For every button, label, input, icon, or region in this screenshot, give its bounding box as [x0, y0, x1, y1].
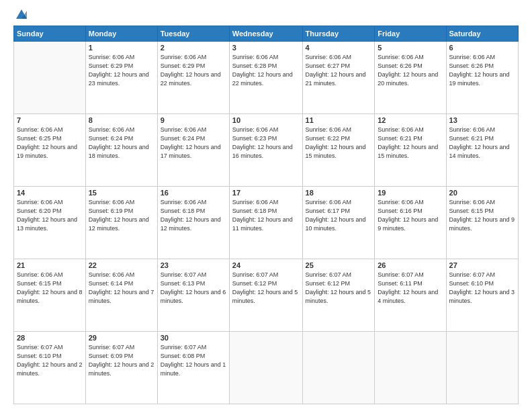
day-cell: 16Sunrise: 6:06 AMSunset: 6:18 PMDayligh…: [157, 187, 229, 259]
day-info: Sunrise: 6:06 AMSunset: 6:24 PMDaylight:…: [161, 126, 226, 161]
day-number: 8: [89, 116, 154, 124]
day-number: 2: [161, 44, 226, 52]
day-info: Sunrise: 6:06 AMSunset: 6:17 PMDaylight:…: [306, 198, 372, 233]
day-number: 12: [378, 116, 443, 124]
day-info: Sunrise: 6:07 AMSunset: 6:12 PMDaylight:…: [232, 271, 300, 306]
day-cell: 29Sunrise: 6:07 AMSunset: 6:09 PMDayligh…: [85, 332, 157, 404]
day-number: 25: [306, 261, 372, 269]
day-cell: [302, 332, 375, 404]
day-cell: 6Sunrise: 6:06 AMSunset: 6:26 PMDaylight…: [446, 42, 518, 114]
day-cell: 20Sunrise: 6:06 AMSunset: 6:15 PMDayligh…: [446, 187, 518, 259]
header: [13, 11, 519, 19]
day-number: 17: [232, 189, 300, 197]
day-cell: 14Sunrise: 6:06 AMSunset: 6:20 PMDayligh…: [14, 187, 86, 259]
weekday-header-wednesday: Wednesday: [229, 26, 302, 42]
calendar-table: SundayMondayTuesdayWednesdayThursdayFrid…: [13, 26, 519, 404]
day-number: 1: [89, 44, 154, 52]
day-info: Sunrise: 6:07 AMSunset: 6:09 PMDaylight:…: [89, 343, 154, 378]
day-number: 6: [449, 44, 515, 52]
week-row-3: 14Sunrise: 6:06 AMSunset: 6:20 PMDayligh…: [14, 187, 519, 259]
day-number: 4: [306, 44, 372, 52]
weekday-header-friday: Friday: [375, 26, 446, 42]
week-row-4: 21Sunrise: 6:06 AMSunset: 6:15 PMDayligh…: [14, 259, 519, 332]
day-number: 30: [161, 334, 226, 342]
day-info: Sunrise: 6:06 AMSunset: 6:28 PMDaylight:…: [232, 53, 300, 88]
day-info: Sunrise: 6:06 AMSunset: 6:26 PMDaylight:…: [449, 53, 515, 88]
day-number: 7: [17, 116, 83, 124]
day-cell: 2Sunrise: 6:06 AMSunset: 6:29 PMDaylight…: [157, 42, 229, 114]
day-number: 5: [378, 44, 443, 52]
day-cell: 24Sunrise: 6:07 AMSunset: 6:12 PMDayligh…: [229, 259, 302, 332]
day-cell: 3Sunrise: 6:06 AMSunset: 6:28 PMDaylight…: [229, 42, 302, 114]
day-info: Sunrise: 6:07 AMSunset: 6:13 PMDaylight:…: [161, 271, 226, 306]
day-info: Sunrise: 6:06 AMSunset: 6:21 PMDaylight:…: [449, 126, 515, 161]
weekday-header-monday: Monday: [85, 26, 157, 42]
day-info: Sunrise: 6:06 AMSunset: 6:27 PMDaylight:…: [306, 53, 372, 88]
day-info: Sunrise: 6:06 AMSunset: 6:18 PMDaylight:…: [161, 198, 226, 233]
day-info: Sunrise: 6:06 AMSunset: 6:29 PMDaylight:…: [89, 53, 154, 88]
weekday-header-saturday: Saturday: [446, 26, 518, 42]
day-info: Sunrise: 6:07 AMSunset: 6:08 PMDaylight:…: [161, 343, 226, 378]
day-info: Sunrise: 6:06 AMSunset: 6:23 PMDaylight:…: [232, 126, 300, 161]
day-info: Sunrise: 6:06 AMSunset: 6:15 PMDaylight:…: [449, 198, 515, 233]
day-cell: 19Sunrise: 6:06 AMSunset: 6:16 PMDayligh…: [375, 187, 446, 259]
day-cell: 7Sunrise: 6:06 AMSunset: 6:25 PMDaylight…: [14, 114, 86, 187]
day-cell: [229, 332, 302, 404]
weekday-header-row: SundayMondayTuesdayWednesdayThursdayFrid…: [14, 26, 519, 42]
day-number: 15: [89, 189, 154, 197]
day-cell: 30Sunrise: 6:07 AMSunset: 6:08 PMDayligh…: [157, 332, 229, 404]
day-number: 16: [161, 189, 226, 197]
logo-icon: [15, 8, 28, 21]
day-number: 29: [89, 334, 154, 342]
day-info: Sunrise: 6:06 AMSunset: 6:20 PMDaylight:…: [17, 198, 83, 233]
day-number: 19: [378, 189, 443, 197]
day-info: Sunrise: 6:06 AMSunset: 6:24 PMDaylight:…: [89, 126, 154, 161]
day-number: 26: [378, 261, 443, 269]
day-cell: [446, 332, 518, 404]
weekday-header-thursday: Thursday: [302, 26, 375, 42]
week-row-5: 28Sunrise: 6:07 AMSunset: 6:10 PMDayligh…: [14, 332, 519, 404]
day-cell: 10Sunrise: 6:06 AMSunset: 6:23 PMDayligh…: [229, 114, 302, 187]
day-number: 22: [89, 261, 154, 269]
day-info: Sunrise: 6:06 AMSunset: 6:22 PMDaylight:…: [306, 126, 372, 161]
day-info: Sunrise: 6:06 AMSunset: 6:25 PMDaylight:…: [17, 126, 83, 161]
day-number: 23: [161, 261, 226, 269]
day-cell: 18Sunrise: 6:06 AMSunset: 6:17 PMDayligh…: [302, 187, 375, 259]
week-row-2: 7Sunrise: 6:06 AMSunset: 6:25 PMDaylight…: [14, 114, 519, 187]
day-info: Sunrise: 6:06 AMSunset: 6:21 PMDaylight:…: [378, 126, 443, 161]
day-cell: 21Sunrise: 6:06 AMSunset: 6:15 PMDayligh…: [14, 259, 86, 332]
logo: [13, 11, 28, 19]
day-cell: 27Sunrise: 6:07 AMSunset: 6:10 PMDayligh…: [446, 259, 518, 332]
day-cell: 9Sunrise: 6:06 AMSunset: 6:24 PMDaylight…: [157, 114, 229, 187]
week-row-1: 1Sunrise: 6:06 AMSunset: 6:29 PMDaylight…: [14, 42, 519, 114]
day-cell: 1Sunrise: 6:06 AMSunset: 6:29 PMDaylight…: [85, 42, 157, 114]
day-cell: 26Sunrise: 6:07 AMSunset: 6:11 PMDayligh…: [375, 259, 446, 332]
day-info: Sunrise: 6:06 AMSunset: 6:16 PMDaylight:…: [378, 198, 443, 233]
day-cell: 11Sunrise: 6:06 AMSunset: 6:22 PMDayligh…: [302, 114, 375, 187]
day-cell: 22Sunrise: 6:06 AMSunset: 6:14 PMDayligh…: [85, 259, 157, 332]
day-cell: 4Sunrise: 6:06 AMSunset: 6:27 PMDaylight…: [302, 42, 375, 114]
day-info: Sunrise: 6:06 AMSunset: 6:14 PMDaylight:…: [89, 271, 154, 306]
day-number: 13: [449, 116, 515, 124]
day-cell: 17Sunrise: 6:06 AMSunset: 6:18 PMDayligh…: [229, 187, 302, 259]
day-number: 10: [232, 116, 300, 124]
day-cell: 12Sunrise: 6:06 AMSunset: 6:21 PMDayligh…: [375, 114, 446, 187]
day-number: 21: [17, 261, 83, 269]
day-info: Sunrise: 6:06 AMSunset: 6:15 PMDaylight:…: [17, 271, 83, 306]
day-cell: 23Sunrise: 6:07 AMSunset: 6:13 PMDayligh…: [157, 259, 229, 332]
day-cell: 28Sunrise: 6:07 AMSunset: 6:10 PMDayligh…: [14, 332, 86, 404]
day-number: 3: [232, 44, 300, 52]
day-info: Sunrise: 6:07 AMSunset: 6:10 PMDaylight:…: [17, 343, 83, 378]
weekday-header-sunday: Sunday: [14, 26, 86, 42]
day-cell: 8Sunrise: 6:06 AMSunset: 6:24 PMDaylight…: [85, 114, 157, 187]
day-info: Sunrise: 6:07 AMSunset: 6:11 PMDaylight:…: [378, 271, 443, 306]
day-number: 24: [232, 261, 300, 269]
day-number: 9: [161, 116, 226, 124]
weekday-header-tuesday: Tuesday: [157, 26, 229, 42]
day-number: 28: [17, 334, 83, 342]
page: SundayMondayTuesdayWednesdayThursdayFrid…: [0, 0, 532, 411]
day-number: 27: [449, 261, 515, 269]
day-number: 11: [306, 116, 372, 124]
day-info: Sunrise: 6:06 AMSunset: 6:18 PMDaylight:…: [232, 198, 300, 233]
day-cell: 15Sunrise: 6:06 AMSunset: 6:19 PMDayligh…: [85, 187, 157, 259]
